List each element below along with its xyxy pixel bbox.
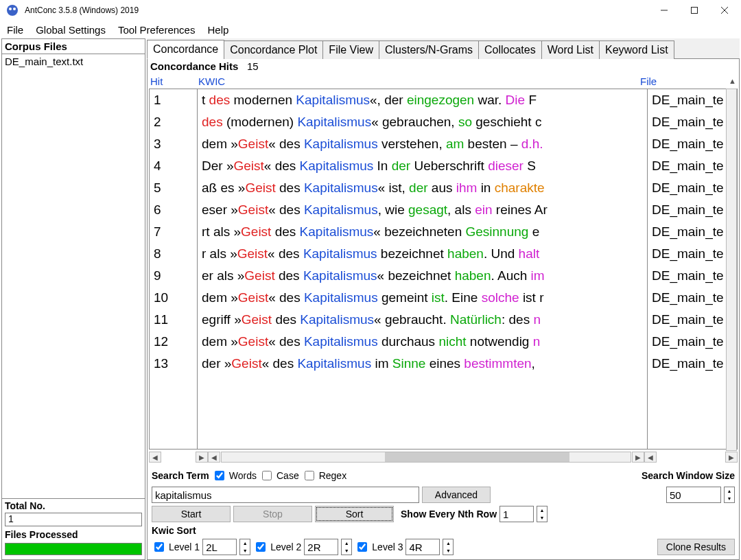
- kwic-line[interactable]: dem »Geist« des Kapitalismus durchaus ni…: [198, 331, 647, 353]
- file-cell[interactable]: DE_main_te: [648, 89, 737, 111]
- file-cell[interactable]: DE_main_te: [648, 221, 737, 243]
- file-cell[interactable]: DE_main_te: [648, 111, 737, 133]
- header-file[interactable]: File: [640, 75, 736, 87]
- total-no-value: 1: [5, 513, 142, 526]
- tab-wordlist[interactable]: Word List: [541, 40, 600, 59]
- kwic-line[interactable]: er als »Geist des Kapitalismus« bezeichn…: [198, 265, 647, 287]
- menu-help[interactable]: Help: [203, 23, 237, 37]
- file-cell[interactable]: DE_main_te: [648, 243, 737, 265]
- menu-file[interactable]: File: [3, 23, 32, 37]
- hit-number: 1: [150, 89, 197, 111]
- tab-concordance-plot[interactable]: Concordance Plot: [224, 40, 323, 59]
- kwic-line[interactable]: aß es »Geist des Kapitalismus« ist, der …: [198, 177, 647, 199]
- level2-label: Level 2: [270, 541, 301, 552]
- hit-number: 12: [150, 331, 197, 353]
- file-cell[interactable]: DE_main_te: [648, 155, 737, 177]
- menu-global-settings[interactable]: Global Settings: [32, 23, 114, 37]
- words-checkbox[interactable]: [215, 471, 224, 480]
- scroll-right-icon[interactable]: ▶: [632, 452, 644, 463]
- advanced-button[interactable]: Advanced: [422, 487, 491, 503]
- scroll-left-icon[interactable]: ◀: [644, 452, 657, 463]
- scroll-left-icon[interactable]: ◀: [208, 452, 220, 463]
- file-cell[interactable]: DE_main_te: [648, 199, 737, 221]
- file-cell[interactable]: DE_main_te: [648, 309, 737, 331]
- vertical-scrollbar[interactable]: [726, 89, 737, 451]
- file-list[interactable]: DE_main_text.txt: [2, 54, 145, 498]
- kwic-scrollbar[interactable]: [221, 452, 631, 463]
- level1-input[interactable]: [202, 539, 237, 555]
- tab-clusters[interactable]: Clusters/N-Grams: [379, 40, 479, 59]
- app-icon: [4, 2, 21, 19]
- svg-point-0: [7, 5, 18, 16]
- file-cell[interactable]: DE_main_te: [648, 331, 737, 353]
- kwic-line[interactable]: dem »Geist« des Kapitalismus gemeint ist…: [198, 287, 647, 309]
- minimize-button[interactable]: [649, 0, 679, 21]
- scroll-left-icon[interactable]: ◀: [149, 452, 161, 463]
- window-titlebar: AntConc 3.5.8 (Windows) 2019: [0, 0, 741, 21]
- menu-tool-preferences[interactable]: Tool Preferences: [114, 23, 204, 37]
- kwic-line[interactable]: dem »Geist« des Kapitalismus verstehen, …: [198, 133, 647, 155]
- tab-file-view[interactable]: File View: [322, 40, 379, 59]
- tool-tabs: Concordance Concordance Plot File View C…: [147, 38, 740, 59]
- sort-button[interactable]: Sort: [315, 506, 394, 522]
- case-label: Case: [277, 470, 299, 481]
- stop-button[interactable]: Stop: [233, 506, 312, 522]
- kwic-line[interactable]: egriff »Geist des Kapitalismus« gebrauch…: [198, 309, 647, 331]
- hit-number: 9: [150, 265, 197, 287]
- svg-point-1: [9, 8, 12, 10]
- regex-checkbox[interactable]: [305, 471, 314, 480]
- window-size-spinner[interactable]: ▲▼: [724, 487, 735, 503]
- maximize-button[interactable]: [679, 0, 709, 21]
- kwic-line[interactable]: Der »Geist« des Kapitalismus In der Uebe…: [198, 155, 647, 177]
- scroll-right-icon[interactable]: ▶: [196, 452, 208, 463]
- hit-number: 5: [150, 177, 197, 199]
- level2-input[interactable]: [304, 539, 338, 555]
- corpus-files-panel: Corpus Files DE_main_text.txt Total No. …: [1, 38, 145, 560]
- level3-checkbox[interactable]: [357, 542, 367, 552]
- file-list-item[interactable]: DE_main_text.txt: [5, 56, 142, 67]
- nth-row-spinner[interactable]: ▲▼: [537, 506, 548, 522]
- start-button[interactable]: Start: [152, 506, 231, 522]
- progress-bar: [5, 543, 142, 555]
- file-cell[interactable]: DE_main_te: [648, 265, 737, 287]
- close-button[interactable]: [709, 0, 740, 21]
- total-no-label: Total No.: [2, 499, 145, 513]
- scroll-up-icon[interactable]: ▲: [729, 77, 736, 85]
- kwic-line[interactable]: r als »Geist« des Kapitalismus bezeichne…: [198, 243, 647, 265]
- header-kwic[interactable]: KWIC: [198, 75, 640, 87]
- tab-concordance[interactable]: Concordance: [147, 40, 224, 59]
- search-term-label: Search Term: [152, 470, 209, 481]
- case-checkbox[interactable]: [262, 471, 272, 480]
- file-cell[interactable]: DE_main_te: [648, 287, 737, 309]
- search-input[interactable]: [152, 487, 419, 503]
- level1-spinner[interactable]: ▲▼: [239, 539, 250, 555]
- file-cell[interactable]: DE_main_te: [648, 177, 737, 199]
- level1-checkbox[interactable]: [154, 542, 164, 552]
- level3-spinner[interactable]: ▲▼: [443, 539, 454, 555]
- hit-number: 8: [150, 243, 197, 265]
- regex-label: Regex: [319, 470, 346, 481]
- kwic-line[interactable]: eser »Geist« des Kapitalismus, wie gesag…: [198, 199, 647, 221]
- hit-number: 4: [150, 155, 197, 177]
- scroll-right-icon[interactable]: ▶: [725, 452, 738, 463]
- level3-input[interactable]: [405, 539, 440, 555]
- column-headers: Hit KWIC File ▲: [148, 73, 739, 89]
- file-cell[interactable]: DE_main_te: [648, 353, 737, 375]
- file-cell[interactable]: DE_main_te: [648, 133, 737, 155]
- nth-row-input[interactable]: [499, 506, 534, 522]
- level2-spinner[interactable]: ▲▼: [341, 539, 352, 555]
- header-hit[interactable]: Hit: [150, 75, 198, 87]
- level2-checkbox[interactable]: [256, 542, 266, 552]
- tab-keywordlist[interactable]: Keyword List: [599, 40, 674, 59]
- results-grid[interactable]: 12345678910111213 t des modernen Kapital…: [149, 89, 738, 450]
- clone-results-button[interactable]: Clone Results: [657, 539, 735, 555]
- kwic-line[interactable]: rt als »Geist des Kapitalismus« bezeichn…: [198, 221, 647, 243]
- kwic-line[interactable]: des (modernen) Kapitalismus« gebrauchen,…: [198, 111, 647, 133]
- hit-number: 7: [150, 221, 197, 243]
- hit-number: 3: [150, 133, 197, 155]
- kwic-line[interactable]: der »Geist« des Kapitalismus im Sinne ei…: [198, 353, 647, 375]
- level3-label: Level 3: [372, 541, 403, 552]
- window-size-input[interactable]: [666, 487, 721, 503]
- kwic-line[interactable]: t des modernen Kapitalismus«, der eingez…: [198, 89, 647, 111]
- tab-collocates[interactable]: Collocates: [478, 40, 542, 59]
